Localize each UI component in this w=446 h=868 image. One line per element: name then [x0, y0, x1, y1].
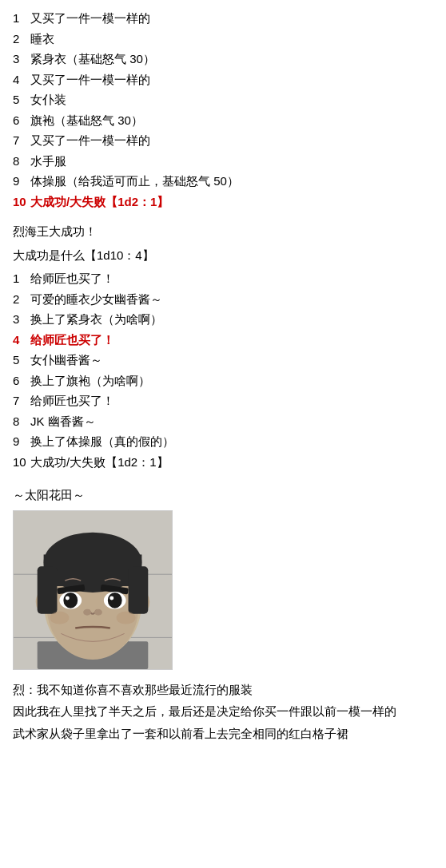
dialogue-line: 因此我在人里找了半天之后，最后还是决定给你买一件跟以前一模一样的: [13, 701, 433, 722]
svg-point-24: [50, 611, 70, 624]
sub-num: 3: [13, 309, 27, 330]
sub-item: 6换上了旗袍（为啥啊）: [13, 371, 433, 391]
sub-num: 8: [13, 411, 27, 432]
result-subtitle: 大成功是什么【1d10：4】: [13, 245, 433, 266]
list-num: 9: [13, 171, 27, 192]
result-title: 烈海王大成功！: [13, 221, 433, 242]
sub-item: 10大成功/大失败【1d2：1】: [13, 452, 433, 473]
svg-point-18: [63, 592, 78, 608]
svg-point-25: [117, 611, 136, 624]
list-item: 1又买了一件一模一样的: [13, 8, 433, 29]
sub-text: JK 幽香酱～: [30, 411, 433, 432]
sub-item: 2可爱的睡衣少女幽香酱～: [13, 289, 433, 310]
list-text: 体操服（给我适可而止，基础怒气 50）: [30, 171, 433, 192]
list-num: 1: [13, 8, 27, 29]
list-num: 3: [13, 49, 27, 69]
list-item: 9体操服（给我适可而止，基础怒气 50）: [13, 171, 433, 192]
list-item: 4又买了一件一模一样的: [13, 69, 433, 90]
sub-text: 换上了旗袍（为啥啊）: [30, 371, 433, 391]
svg-point-21: [110, 596, 113, 600]
dialogue-line: 武术家从袋子里拿出了一套和以前看上去完全相同的红白格子裙: [13, 723, 433, 744]
dialogue-line: 烈：我不知道你喜不喜欢那些最近流行的服装: [13, 680, 433, 700]
manga-image: [13, 510, 173, 670]
sub-item: 1给师匠也买了！: [13, 268, 433, 289]
result-sub-list: 1给师匠也买了！2可爱的睡衣少女幽香酱～3换上了紧身衣（为啥啊）4给师匠也买了！…: [13, 268, 433, 472]
svg-rect-11: [44, 554, 142, 586]
sub-num: 7: [13, 390, 27, 411]
sub-num: 1: [13, 268, 27, 289]
list-num: 8: [13, 151, 27, 172]
sub-text: 给师匠也买了！: [30, 330, 433, 351]
sub-item: 9换上了体操服（真的假的）: [13, 431, 433, 452]
list-text: 又买了一件一模一样的: [30, 130, 433, 151]
sub-item: 8JK 幽香酱～: [13, 411, 433, 432]
sub-num: 9: [13, 431, 27, 452]
sub-text: 换上了紧身衣（为啥啊）: [30, 309, 433, 330]
list-num: 2: [13, 29, 27, 50]
svg-point-23: [94, 608, 102, 615]
sub-text: 换上了体操服（真的假的）: [30, 431, 433, 452]
sub-item: 7给师匠也买了！: [13, 390, 433, 411]
list-num: 6: [13, 110, 27, 131]
svg-rect-12: [38, 566, 58, 613]
list-num: 5: [13, 89, 27, 110]
sub-text: 女仆幽香酱～: [30, 350, 433, 371]
dialogue-section: 烈：我不知道你喜不喜欢那些最近流行的服装因此我在人里找了半天之后，最后还是决定给…: [13, 680, 433, 744]
list-item: 10大成功/大失败【1d2：1】: [13, 192, 433, 212]
sub-num: 2: [13, 289, 27, 310]
list-item: 2睡衣: [13, 29, 433, 50]
svg-point-22: [83, 608, 91, 615]
result-section: 烈海王大成功！ 大成功是什么【1d10：4】 1给师匠也买了！2可爱的睡衣少女幽…: [13, 221, 433, 472]
list-num: 4: [13, 69, 27, 90]
list-item: 8水手服: [13, 151, 433, 172]
sub-text: 可爱的睡衣少女幽香酱～: [30, 289, 433, 310]
list-item: 3紧身衣（基础怒气 30）: [13, 49, 433, 69]
list-text: 女仆装: [30, 89, 433, 110]
sub-num: 10: [13, 452, 27, 473]
list-text: 紧身衣（基础怒气 30）: [30, 49, 433, 69]
list-text: 大成功/大失败【1d2：1】: [30, 192, 433, 212]
list-item: 7又买了一件一模一样的: [13, 130, 433, 151]
sub-text: 大成功/大失败【1d2：1】: [30, 452, 433, 473]
sub-item: 3换上了紧身衣（为啥啊）: [13, 309, 433, 330]
clothing-list: 1又买了一件一模一样的2睡衣3紧身衣（基础怒气 30）4又买了一件一模一样的5女…: [13, 8, 433, 212]
sub-num: 5: [13, 350, 27, 371]
sub-item: 5女仆幽香酱～: [13, 350, 433, 371]
svg-point-19: [108, 592, 122, 608]
sub-text: 给师匠也买了！: [30, 390, 433, 411]
list-item: 6旗袍（基础怒气 30）: [13, 110, 433, 131]
sub-num: 6: [13, 371, 27, 391]
list-num: 7: [13, 130, 27, 151]
list-text: 又买了一件一模一样的: [30, 69, 433, 90]
svg-rect-13: [129, 566, 149, 613]
image-label: ～太阳花田～: [13, 485, 433, 505]
list-item: 5女仆装: [13, 89, 433, 110]
list-text: 旗袍（基础怒气 30）: [30, 110, 433, 131]
svg-point-20: [66, 596, 70, 600]
list-text: 睡衣: [30, 29, 433, 50]
sub-num: 4: [13, 330, 27, 351]
list-text: 水手服: [30, 151, 433, 172]
list-num: 10: [13, 192, 27, 212]
list-text: 又买了一件一模一样的: [30, 8, 433, 29]
sub-item: 4给师匠也买了！: [13, 330, 433, 351]
sub-text: 给师匠也买了！: [30, 268, 433, 289]
